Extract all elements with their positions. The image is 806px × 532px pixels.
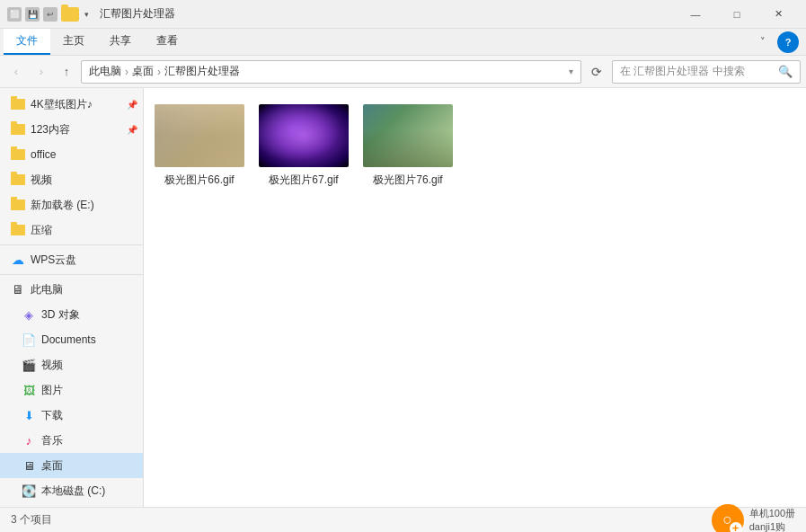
ribbon-right-controls: ˅ ? — [752, 29, 806, 55]
cloud-icon: ☁ — [11, 253, 25, 267]
3d-icon: ◈ — [22, 307, 36, 322]
music-icon: ♪ — [22, 433, 36, 448]
system-menu-icon: ⬜ — [7, 7, 22, 22]
up-button[interactable]: ↑ — [56, 61, 77, 83]
tab-share[interactable]: 共享 — [97, 29, 144, 55]
file-name-76: 极光图片76.gif — [373, 173, 442, 188]
sidebar-item-label: Documents — [41, 333, 96, 346]
sidebar-item-drive-d[interactable]: 💽 本地磁盘 (D:) — [0, 503, 143, 507]
sidebar-item-this-pc[interactable]: 🖥 此电脑 — [0, 277, 143, 302]
tab-view[interactable]: 查看 — [144, 29, 190, 55]
pictures-icon: 🖼 — [22, 383, 36, 397]
quick-access-undo: ↩ — [43, 7, 58, 22]
address-path[interactable]: 此电脑 › 桌面 › 汇帮图片处理器 ▾ — [81, 60, 581, 84]
breadcrumb-computer[interactable]: 此电脑 — [89, 64, 121, 79]
sidebar-item-label: 4K壁纸图片♪ — [31, 97, 93, 112]
sidebar: 4K壁纸图片♪ 📌 123内容 📌 office 视频 新加载卷 (E:) 压缩 — [0, 88, 144, 507]
breadcrumb-dropdown[interactable]: ▾ — [569, 66, 573, 76]
content-area: 极光图片66.gif 极光图片67.gif 极光图片76.gif — [144, 88, 806, 507]
file-thumbnail-76 — [363, 104, 453, 167]
downloads-icon: ⬇ — [22, 408, 36, 422]
file-name-66: 极光图片66.gif — [164, 173, 234, 188]
sidebar-item-music[interactable]: ♪ 音乐 — [0, 428, 143, 453]
file-name-67: 极光图片67.gif — [269, 173, 338, 188]
list-item[interactable]: 极光图片67.gif — [259, 99, 349, 193]
sidebar-item-desktop[interactable]: 🖥 桌面 — [0, 453, 143, 478]
back-button[interactable]: ‹ — [5, 61, 27, 83]
search-icon: 🔍 — [778, 65, 793, 78]
close-button[interactable]: ✕ — [757, 0, 799, 29]
sidebar-item-drive-e-pinned[interactable]: 新加载卷 (E:) — [0, 192, 143, 217]
pin-indicator: 📌 — [127, 125, 143, 135]
sidebar-item-pictures[interactable]: 🖼 图片 — [0, 377, 143, 403]
sidebar-item-label: 音乐 — [41, 433, 63, 448]
ribbon-tabs: 文件 主页 共享 查看 ˅ ? — [0, 29, 806, 56]
address-bar: ‹ › ↑ 此电脑 › 桌面 › 汇帮图片处理器 ▾ ⟳ 在 汇帮图片处理器 中… — [0, 56, 806, 88]
sidebar-item-wps[interactable]: ☁ WPS云盘 — [0, 247, 143, 272]
folder-icon — [11, 147, 25, 162]
watermark-logo: ○ + — [712, 504, 744, 533]
title-bar-icons: ⬜ 💾 ↩ ▾ — [7, 7, 89, 22]
help-button[interactable]: ? — [777, 31, 799, 53]
window-controls: — □ ✕ — [675, 0, 799, 29]
list-item[interactable]: 极光图片66.gif — [155, 99, 244, 193]
divider-1 — [0, 244, 143, 245]
documents-icon: 📄 — [22, 332, 36, 347]
folder-icon — [11, 173, 25, 187]
sidebar-item-label: 压缩 — [31, 223, 52, 238]
maximize-button[interactable]: □ — [716, 0, 757, 29]
breadcrumb-sep-1: › — [125, 66, 128, 78]
desktop-icon: 🖥 — [22, 458, 36, 473]
title-bar: ⬜ 💾 ↩ ▾ 汇帮图片处理器 — □ ✕ — [0, 0, 806, 29]
watermark: ○ + 单机100册 danji1购 — [712, 504, 795, 533]
status-bar: 3 个项目 ○ + 单机100册 danji1购 — [0, 507, 806, 532]
file-thumbnail-67 — [259, 104, 349, 167]
window-title: 汇帮图片处理器 — [96, 6, 675, 22]
divider-2 — [0, 274, 143, 275]
tab-file[interactable]: 文件 — [4, 29, 50, 55]
forward-button[interactable]: › — [31, 61, 52, 83]
sidebar-item-downloads[interactable]: ⬇ 下载 — [0, 403, 143, 428]
sidebar-item-4kwallpaper[interactable]: 4K壁纸图片♪ 📌 — [0, 92, 143, 117]
quick-access-save: 💾 — [25, 7, 40, 22]
tab-home[interactable]: 主页 — [50, 29, 97, 55]
file-thumbnail-66 — [155, 104, 244, 167]
list-item[interactable]: 极光图片76.gif — [363, 99, 453, 193]
sidebar-item-drive-c[interactable]: 💽 本地磁盘 (C:) — [0, 478, 143, 503]
sidebar-item-office[interactable]: office — [0, 142, 143, 167]
sidebar-item-label: 视频 — [41, 358, 63, 373]
main-layout: 4K壁纸图片♪ 📌 123内容 📌 office 视频 新加载卷 (E:) 压缩 — [0, 88, 806, 507]
watermark-plus-icon: + — [730, 522, 742, 533]
pin-indicator: 📌 — [127, 100, 143, 110]
sidebar-item-label: 桌面 — [41, 458, 63, 474]
breadcrumb-desktop[interactable]: 桌面 — [132, 64, 154, 79]
sidebar-item-label: 图片 — [41, 383, 63, 398]
sidebar-item-123[interactable]: 123内容 📌 — [0, 117, 143, 142]
sidebar-item-3d[interactable]: ◈ 3D 对象 — [0, 302, 143, 327]
ribbon-collapse-button[interactable]: ˅ — [752, 31, 774, 53]
sidebar-item-label: 123内容 — [31, 122, 70, 137]
sidebar-item-documents[interactable]: 📄 Documents — [0, 327, 143, 352]
sidebar-item-label: WPS云盘 — [31, 253, 76, 268]
sidebar-item-label: 视频 — [31, 173, 52, 188]
minimize-button[interactable]: — — [675, 0, 716, 29]
folder-icon — [11, 198, 25, 212]
folder-icon — [11, 97, 25, 111]
sidebar-item-label: 下载 — [41, 408, 63, 423]
sidebar-item-compress[interactable]: 压缩 — [0, 217, 143, 243]
search-box[interactable]: 在 汇帮图片处理器 中搜索 🔍 — [612, 60, 801, 84]
window-folder-icon — [61, 7, 79, 22]
sidebar-item-label: 3D 对象 — [41, 307, 80, 323]
search-placeholder: 在 汇帮图片处理器 中搜索 — [620, 64, 745, 79]
watermark-label: 单机100册 danji1购 — [749, 507, 795, 532]
refresh-button[interactable]: ⟳ — [585, 60, 608, 84]
sidebar-item-label: 本地磁盘 (C:) — [41, 483, 105, 499]
sidebar-item-video[interactable]: 视频 — [0, 167, 143, 192]
compress-icon — [11, 223, 25, 237]
sidebar-item-videos[interactable]: 🎬 视频 — [0, 352, 143, 377]
sidebar-item-label: 此电脑 — [31, 282, 63, 297]
title-dropdown-arrow[interactable]: ▾ — [84, 10, 89, 19]
breadcrumb-sep-2: › — [157, 66, 161, 78]
breadcrumb-current[interactable]: 汇帮图片处理器 — [164, 64, 240, 79]
files-grid: 极光图片66.gif 极光图片67.gif 极光图片76.gif — [155, 99, 795, 193]
